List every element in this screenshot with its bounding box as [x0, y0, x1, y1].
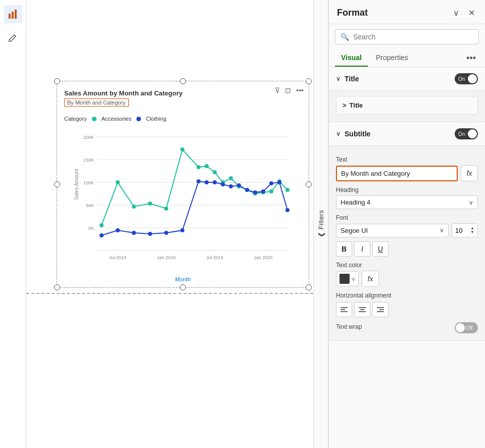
tab-dots[interactable]: ••• [463, 51, 479, 66]
svg-point-43 [237, 183, 241, 187]
svg-point-37 [180, 228, 184, 232]
chart-visual[interactable]: ⊽ ⊡ ••• Sales Amount by Month and Catego… [57, 81, 309, 288]
sidebar [0, 0, 26, 448]
svg-point-39 [205, 180, 209, 184]
title-section: ∨ Title On > Title [329, 67, 485, 122]
subtitle-section-body: Text fx Heading Heading 4 ∨ Font Segoe U… [329, 145, 485, 340]
heading-dropdown-caret: ∨ [469, 199, 473, 206]
x-axis-label: Month [175, 276, 191, 282]
svg-text:Jan 2019: Jan 2019 [157, 255, 175, 260]
search-box[interactable]: 🔍 [335, 29, 479, 44]
svg-text:Jan 2020: Jan 2020 [254, 255, 272, 260]
svg-point-24 [229, 176, 233, 180]
tab-visual[interactable]: Visual [335, 49, 368, 67]
font-size-value: 10 [455, 227, 462, 234]
font-field-label: Font [336, 214, 478, 221]
subtitle-text-input[interactable] [336, 166, 458, 181]
subtitle-section: ∨ Subtitle On Text fx Heading Heading 4 … [329, 122, 485, 341]
close-format-button[interactable]: ✕ [466, 7, 477, 19]
color-fx-button[interactable]: fx [362, 271, 379, 287]
tab-properties[interactable]: Properties [370, 49, 414, 67]
filter-icon[interactable]: ⊽ [275, 86, 280, 94]
svg-point-40 [213, 180, 217, 184]
title-subsection-header[interactable]: > Title [336, 96, 477, 114]
edit-sidebar-icon[interactable] [4, 28, 22, 46]
svg-point-19 [180, 147, 184, 152]
chart-sidebar-icon[interactable] [4, 5, 22, 23]
svg-text:200K: 200K [83, 135, 94, 140]
svg-point-20 [197, 165, 201, 169]
title-section-header[interactable]: ∨ Title On [329, 67, 485, 90]
font-dropdown[interactable]: Segoe UI ∨ [336, 224, 449, 237]
color-swatch-button[interactable]: ∨ [336, 271, 359, 286]
chart-toolbar: ⊽ ⊡ ••• [275, 86, 304, 94]
accessories-line [102, 150, 287, 225]
color-caret: ∨ [352, 276, 355, 282]
textwrap-label: Text wrap [336, 323, 362, 330]
chart-title: Sales Amount by Month and Category [64, 89, 182, 97]
svg-rect-1 [12, 12, 14, 19]
align-left-button[interactable] [336, 302, 352, 317]
color-swatch [340, 274, 350, 284]
svg-point-31 [285, 188, 289, 192]
font-size-down[interactable]: ▼ [470, 230, 474, 234]
resize-handle-bl[interactable] [54, 284, 60, 290]
svg-point-48 [277, 180, 281, 184]
text-field-label: Text [336, 156, 478, 163]
bold-button[interactable]: B [336, 241, 352, 257]
format-panel-title: Format [337, 8, 368, 18]
resize-handle-br[interactable] [306, 284, 312, 290]
subtitle-collapse-chevron: ∨ [336, 130, 341, 137]
text-format-buttons: B I U [336, 241, 478, 257]
svg-point-36 [164, 231, 168, 235]
text-input-row: fx [336, 165, 478, 181]
resize-handle-tm[interactable] [180, 78, 186, 84]
title-section-label: ∨ Title [336, 75, 359, 83]
filters-panel-strip[interactable]: ❮ Filters [313, 0, 328, 448]
color-field-label: Text color [336, 262, 478, 269]
search-input[interactable] [353, 33, 473, 41]
heading-dropdown[interactable]: Heading 4 ∨ [336, 195, 478, 209]
canvas-area: ⊽ ⊡ ••• Sales Amount by Month and Catego… [26, 0, 313, 448]
title-toggle-circle [468, 74, 477, 83]
resize-handle-tr[interactable] [306, 78, 312, 84]
svg-rect-2 [15, 10, 17, 19]
subtitle-toggle[interactable]: On [455, 128, 478, 139]
title-subsection: > Title [336, 96, 478, 115]
resize-handle-bm[interactable] [180, 284, 186, 290]
svg-point-14 [100, 223, 104, 227]
font-dropdown-caret: ∨ [440, 227, 444, 234]
svg-point-17 [148, 202, 152, 206]
textwrap-row: Text wrap Off [336, 322, 478, 333]
svg-point-29 [269, 189, 273, 193]
resize-handle-ml[interactable] [54, 181, 60, 187]
svg-text:100K: 100K [83, 180, 94, 185]
title-collapse-chevron: ∨ [336, 75, 341, 82]
svg-point-32 [100, 233, 104, 237]
expand-icon[interactable]: ⊡ [285, 86, 291, 94]
title-toggle-label: On [458, 76, 465, 82]
resize-handle-tl[interactable] [54, 78, 60, 84]
more-icon[interactable]: ••• [296, 86, 304, 94]
svg-point-22 [213, 170, 217, 174]
svg-point-44 [245, 188, 249, 192]
title-toggle[interactable]: On [455, 73, 478, 84]
svg-point-33 [116, 228, 120, 232]
filters-chevron: ❮ [317, 232, 325, 238]
legend-accessories: Accessories [102, 116, 131, 122]
italic-button[interactable]: I [354, 241, 370, 257]
svg-point-42 [229, 184, 233, 188]
resize-handle-mr[interactable] [306, 181, 312, 187]
collapse-format-button[interactable]: ∨ [451, 7, 461, 19]
subtitle-section-header[interactable]: ∨ Subtitle On [329, 122, 485, 145]
textwrap-toggle[interactable]: Off [455, 322, 478, 333]
underline-button[interactable]: U [372, 241, 389, 257]
align-field-label: Horizontal alignment [336, 292, 478, 299]
svg-point-16 [132, 205, 136, 209]
svg-text:Jul 2019: Jul 2019 [206, 255, 223, 260]
align-right-button[interactable] [372, 302, 389, 317]
legend-clothing: Clothing [146, 116, 166, 122]
text-fx-button[interactable]: fx [461, 165, 478, 181]
textwrap-toggle-circle [456, 323, 465, 332]
align-center-button[interactable] [354, 302, 370, 317]
